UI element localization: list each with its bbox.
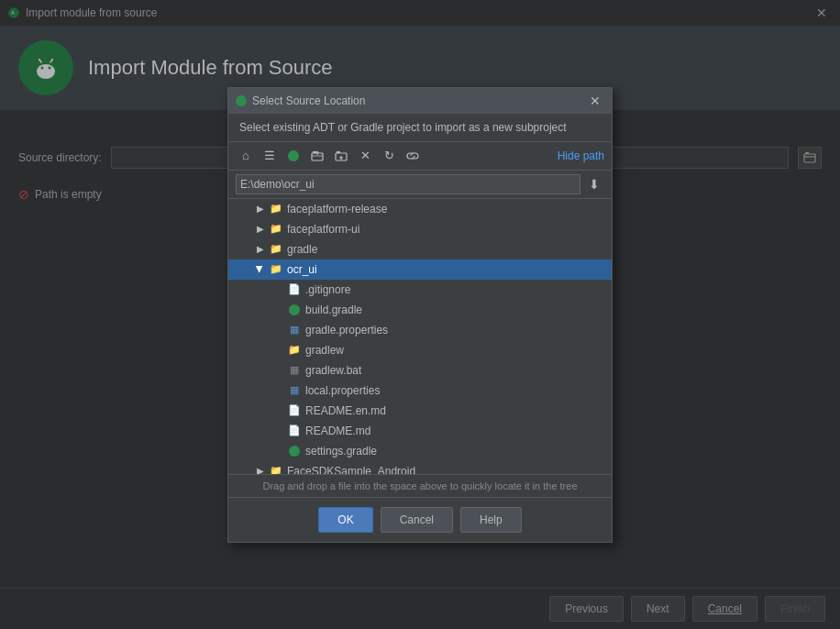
toolbar-new-folder-button[interactable] — [331, 146, 351, 166]
arrow-faceplatform-ui: ▶ — [254, 223, 267, 236]
file-tree[interactable]: ▶ 📁 faceplatform-release ▶ 📁 faceplatfor… — [228, 199, 612, 474]
toolbar-android-button[interactable] — [283, 146, 304, 166]
toolbar-link-icon — [406, 149, 419, 162]
green-circle-build-gradle — [289, 304, 300, 315]
dialog-help-button[interactable]: Help — [460, 507, 522, 533]
toolbar-home-button[interactable]: ⌂ — [236, 146, 256, 166]
file-icon-local-properties: ▦ — [287, 383, 302, 398]
tree-label-gradle-properties: gradle.properties — [305, 324, 388, 337]
tree-label-gradle: gradle — [287, 243, 317, 256]
file-icon-build-gradle — [287, 303, 302, 317]
dialog-title-bar: Select Source Location ✕ — [228, 88, 612, 114]
dialog-title-text: Select Source Location — [252, 94, 365, 107]
tree-item-readme[interactable]: ▶ 📄 README.md — [228, 421, 612, 441]
arrow-gradle: ▶ — [254, 243, 267, 256]
file-icon-gradlew-bat: ▦ — [287, 363, 302, 378]
android-dot-icon — [236, 95, 247, 106]
folder-icon-facesdksample: 📁 — [269, 464, 283, 474]
tree-label-build-gradle: build.gradle — [305, 303, 362, 316]
toolbar-folder-up-button[interactable] — [307, 146, 327, 166]
green-circle-settings-gradle — [289, 446, 300, 457]
svg-point-13 — [288, 150, 299, 161]
file-icon-readme: 📄 — [287, 424, 302, 438]
tree-item-gradle[interactable]: ▶ 📁 gradle — [228, 239, 612, 259]
toolbar-delete-button[interactable]: ✕ — [355, 146, 375, 166]
tree-item-readme-en[interactable]: ▶ 📄 README.en.md — [228, 401, 612, 421]
tree-item-ocr-ui[interactable]: ▶ 📁 ocr_ui — [228, 259, 612, 280]
folder-icon-faceplatform-release: 📁 — [269, 202, 283, 216]
path-row: ⬇ — [228, 171, 612, 199]
file-icon-settings-gradle — [287, 444, 302, 458]
select-source-dialog: Select Source Location ✕ Select existing… — [227, 87, 613, 543]
arrow-facesdksample: ▶ — [254, 465, 267, 474]
dialog-cancel-button[interactable]: Cancel — [381, 507, 453, 533]
dialog-bottom-buttons: OK Cancel Help — [228, 497, 612, 542]
path-download-button[interactable]: ⬇ — [584, 174, 604, 194]
svg-rect-17 — [337, 151, 340, 153]
tree-item-gradle-properties[interactable]: ▶ ▦ gradle.properties — [228, 320, 612, 340]
arrow-ocr-ui: ▶ — [254, 263, 267, 276]
tree-item-gradlew[interactable]: ▶ 📁 gradlew — [228, 340, 612, 360]
tree-label-gradlew: gradlew — [305, 344, 344, 357]
path-input[interactable] — [236, 174, 580, 194]
file-icon-gradlew: 📁 — [287, 343, 302, 358]
tree-label-settings-gradle: settings.gradle — [305, 445, 377, 458]
tree-label-local-properties: local.properties — [305, 384, 380, 397]
tree-item-facesdksample[interactable]: ▶ 📁 FaceSDKSample_Android — [228, 461, 612, 474]
tree-label-faceplatform-release: faceplatform-release — [287, 203, 387, 215]
tree-label-faceplatform-ui: faceplatform-ui — [287, 223, 359, 236]
dialog-ok-button[interactable]: OK — [318, 507, 372, 533]
file-toolbar: ⌂ ☰ — [228, 142, 612, 171]
drag-hint: Drag and drop a file into the space abov… — [228, 474, 612, 497]
tree-item-gitignore[interactable]: ▶ 📄 .gitignore — [228, 280, 612, 300]
tree-item-faceplatform-release[interactable]: ▶ 📁 faceplatform-release — [228, 199, 612, 219]
toolbar-android-icon — [287, 149, 300, 162]
tree-item-settings-gradle[interactable]: ▶ settings.gradle — [228, 441, 612, 461]
arrow-faceplatform-release: ▶ — [254, 203, 267, 215]
folder-icon-faceplatform-ui: 📁 — [269, 222, 283, 237]
toolbar-list-button[interactable]: ☰ — [260, 146, 280, 166]
dialog-subtitle: Select existing ADT or Gradle project to… — [228, 114, 612, 142]
file-icon-gitignore: 📄 — [287, 282, 302, 297]
toolbar-new-folder-icon — [335, 149, 348, 162]
file-icon-gradle-properties: ▦ — [287, 323, 302, 337]
tree-item-local-properties[interactable]: ▶ ▦ local.properties — [228, 381, 612, 401]
tree-label-ocr-ui: ocr_ui — [287, 263, 317, 276]
dialog-close-button[interactable]: ✕ — [586, 92, 604, 110]
hide-path-button[interactable]: Hide path — [558, 149, 604, 162]
toolbar-folder-up-icon — [311, 149, 324, 162]
toolbar-refresh-button[interactable]: ↻ — [379, 146, 399, 166]
tree-item-build-gradle[interactable]: ▶ build.gradle — [228, 300, 612, 320]
dialog-title-left: Select Source Location — [236, 94, 365, 107]
tree-label-gitignore: .gitignore — [305, 283, 350, 296]
tree-item-gradlew-bat[interactable]: ▶ ▦ gradlew.bat — [228, 360, 612, 381]
tree-label-readme-en: README.en.md — [305, 404, 386, 417]
folder-icon-gradle: 📁 — [269, 242, 283, 257]
tree-item-faceplatform-ui[interactable]: ▶ 📁 faceplatform-ui — [228, 219, 612, 239]
file-icon-readme-en: 📄 — [287, 403, 302, 418]
toolbar-link-button[interactable] — [403, 146, 423, 166]
folder-icon-ocr-ui: 📁 — [269, 262, 283, 277]
dialog-overlay: Select Source Location ✕ Select existing… — [0, 0, 840, 629]
tree-label-gradlew-bat: gradlew.bat — [305, 364, 361, 377]
tree-label-readme: README.md — [305, 425, 370, 437]
tree-label-facesdksample: FaceSDKSample_Android — [287, 465, 415, 474]
